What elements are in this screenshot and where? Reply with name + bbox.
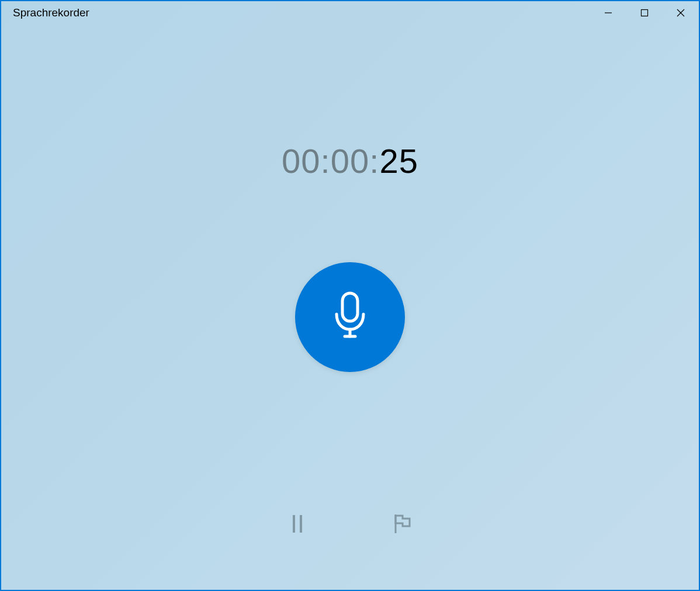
timer-colon2: : [369,142,379,180]
svg-rect-4 [342,293,358,321]
secondary-controls [286,512,414,536]
maximize-icon [640,8,649,18]
microphone-icon [330,291,370,343]
app-window: Sprachrekorder 00:00:25 [0,0,700,591]
window-title: Sprachrekorder [13,6,89,19]
close-icon [676,8,685,18]
titlebar: Sprachrekorder [1,1,699,25]
flag-button[interactable] [391,512,414,536]
pause-icon [289,514,306,534]
minimize-icon [604,8,613,18]
timer-hours: 00 [282,142,321,180]
timer-minutes: 00 [331,142,370,180]
close-button[interactable] [663,1,699,25]
record-button[interactable] [295,262,405,372]
pause-button[interactable] [286,512,309,536]
window-controls [590,1,699,25]
main-content: 00:00:25 [1,25,699,590]
recording-timer: 00:00:25 [282,141,418,180]
maximize-button[interactable] [626,1,663,25]
timer-seconds: 25 [379,142,418,180]
timer-colon1: : [321,142,331,180]
flag-icon [393,513,412,534]
minimize-button[interactable] [590,1,626,25]
svg-rect-1 [642,10,648,16]
